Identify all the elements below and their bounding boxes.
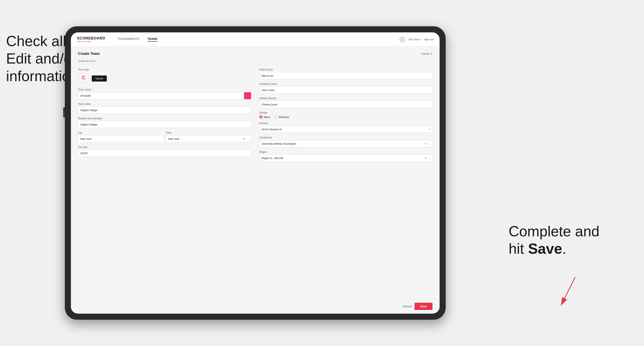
logo-title: SCOREBOARD [77, 36, 105, 40]
team-logo-label: Team logo [78, 68, 251, 71]
state-select-wrapper: ✕ ⌄ [166, 135, 252, 143]
zipcode-group: Zip code [78, 146, 251, 157]
nav-tournaments[interactable]: TOURNAMENTS [118, 37, 139, 42]
gender-radio-group: Mens Womens [259, 115, 432, 119]
region-label: Region [259, 151, 432, 153]
nav-links: TOURNAMENTS TEAMS [118, 37, 158, 42]
gender-mens-option[interactable]: Mens [259, 115, 270, 119]
conference-select-wrapper: ✕ ⌄ [259, 140, 432, 147]
arrow-2 [545, 273, 585, 314]
division-group: Division [259, 122, 432, 133]
display-name-label: Display name (unique) [78, 117, 251, 120]
section-label: TEAM DETAILS [78, 60, 432, 64]
colour-input[interactable] [78, 92, 244, 99]
form-right: Head Coach Assistant Coach Athletic Dire… [259, 68, 432, 165]
city-state-row: City State ✕ ⌄ [78, 131, 251, 146]
state-group: State ✕ ⌄ [166, 131, 252, 143]
footer-save-button[interactable]: Save [414, 303, 432, 310]
athletic-director-label: Athletic Director [259, 97, 432, 100]
user-avatar [399, 36, 405, 42]
nav-right: Test User | Sign out [399, 36, 434, 42]
assistant-coach-label: Assistant Coach [259, 83, 432, 85]
region-clear-button[interactable]: ✕ [424, 157, 427, 160]
city-group: City [78, 131, 164, 143]
page-title: Create Team [78, 52, 100, 56]
nav-teams[interactable]: TEAMS [148, 37, 158, 42]
logo-subtitle: Powered by clippi [77, 40, 105, 42]
gender-womens-option[interactable]: Womens [274, 115, 289, 119]
region-input[interactable] [259, 154, 432, 162]
team-name-input[interactable] [78, 106, 251, 114]
complete-text: Complete and hit Save. [509, 223, 600, 258]
main-content: Create Team Cancel ✕ TEAM DETAILS Team l… [71, 46, 440, 300]
complete-line2: hit Save. [509, 241, 566, 257]
user-label: Test User | [408, 38, 421, 41]
state-label: State [166, 131, 252, 134]
form-footer: Cancel Save [71, 300, 440, 313]
zipcode-label: Zip code [78, 146, 251, 149]
womens-radio-dot[interactable] [274, 115, 278, 119]
region-group: Region ✕ ⌄ [259, 151, 432, 162]
navbar: SCOREBOARD Powered by clippi TOURNAMENTS… [71, 32, 440, 46]
display-name-group: Display name (unique) [78, 117, 251, 128]
tablet-side-button [63, 107, 65, 117]
state-clear-button[interactable]: ✕ [243, 137, 246, 141]
footer-cancel-button[interactable]: Cancel [403, 305, 412, 308]
colour-row [78, 92, 251, 99]
gender-group: Gender Mens Womens [259, 111, 432, 119]
app-logo: SCOREBOARD Powered by clippi [77, 36, 105, 42]
athletic-director-input[interactable] [259, 101, 432, 108]
state-input[interactable] [166, 135, 252, 143]
region-select-wrapper: ✕ ⌄ [259, 154, 432, 162]
logo-preview: C [78, 72, 89, 83]
cancel-top[interactable]: Cancel ✕ [421, 52, 432, 55]
team-name-label: Team name [78, 103, 251, 105]
tablet-device: SCOREBOARD Powered by clippi TOURNAMENTS… [65, 26, 446, 320]
sign-out-link[interactable]: Sign out [424, 38, 434, 41]
form-left: Team logo C Upload Team colour [78, 68, 251, 165]
upload-button[interactable]: Upload [92, 75, 107, 82]
assistant-coach-group: Assistant Coach [259, 83, 432, 94]
division-label: Division [259, 122, 432, 125]
create-team-header: Create Team Cancel ✕ [78, 52, 432, 56]
conference-label: Conference [259, 136, 432, 139]
city-label: City [78, 131, 164, 134]
display-name-input[interactable] [78, 121, 251, 128]
conference-group: Conference ✕ ⌄ [259, 136, 432, 147]
city-input[interactable] [78, 135, 164, 143]
head-coach-group: Head Coach [259, 68, 432, 79]
tablet-screen: SCOREBOARD Powered by clippi TOURNAMENTS… [71, 32, 440, 314]
team-logo-section: Team logo C Upload [78, 68, 251, 85]
zipcode-input[interactable] [78, 150, 251, 157]
complete-line1: Complete and [509, 223, 600, 239]
conference-clear-button[interactable]: ✕ [424, 142, 427, 145]
division-select-wrapper [259, 126, 432, 133]
gender-label: Gender [259, 111, 432, 114]
head-coach-input[interactable] [259, 72, 432, 79]
form-layout: Team logo C Upload Team colour [78, 68, 432, 165]
colour-swatch[interactable] [244, 92, 251, 99]
assistant-coach-input[interactable] [259, 86, 432, 94]
division-input[interactable] [259, 126, 432, 133]
team-name-group: Team name [78, 103, 251, 114]
mens-radio-dot[interactable] [259, 115, 262, 119]
athletic-director-group: Athletic Director [259, 97, 432, 108]
team-colour-label: Team colour [78, 88, 251, 91]
team-colour-group: Team colour [78, 88, 251, 99]
conference-input[interactable] [259, 140, 432, 147]
logo-row: C Upload [78, 72, 251, 85]
head-coach-label: Head Coach [259, 68, 432, 71]
